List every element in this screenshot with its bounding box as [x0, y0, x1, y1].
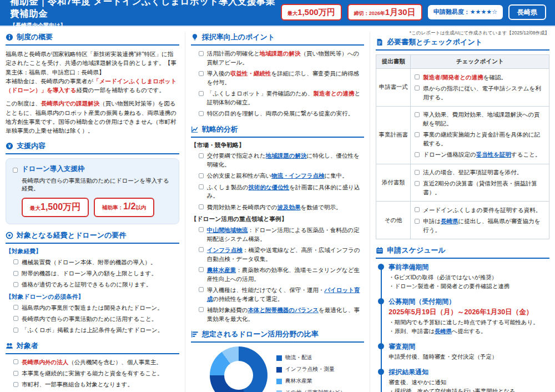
- text-run: 導入機種は、性能だけでなく、保守・運用・: [207, 287, 324, 293]
- checklist-item-text: 機械装置費（ドローン本体、附帯的機器の導入）。: [22, 258, 179, 267]
- text-run: 波及効果: [277, 204, 300, 210]
- timeline-phase: 採択結果通知審査後、速やかに通知・採択後、改めて交付申請を行い事業開始となる。: [378, 368, 549, 392]
- phase-heading: 事前準備期間: [389, 263, 549, 272]
- text-run: 事業の継続実施能力と資金計画を具体的に記載する。: [423, 131, 540, 147]
- checkbox-icon: [199, 247, 204, 252]
- checklist-item-text: ドローン価格設定の妥当性を証明すること。: [423, 150, 545, 159]
- checklist-item-text: 価格が適切であると証明できるものに限ります。: [22, 280, 179, 289]
- checklist-item: 事業の継続実施能力と資金計画を具体的に記載する。: [415, 130, 545, 148]
- checklist-item: 製造者/開発者との連携を確認。: [415, 73, 545, 82]
- checkbox-icon: [13, 328, 18, 333]
- text-run: 長崎県: [441, 218, 458, 224]
- text-run: 附帯的機器は、ドローン導入の額を上限とします。: [22, 270, 157, 277]
- text-run: ・採択後、改めて交付申請を行い事業開始となる。: [389, 388, 521, 392]
- checkbox-icon: [415, 74, 420, 79]
- application-period-dates: 2025年5月19日（月）～2026年1月30日（金）: [389, 308, 549, 317]
- text-run: 「ふくロボ」掲載または上記条件を満たすドローン。: [22, 326, 163, 333]
- checkbox-icon: [13, 359, 18, 364]
- text-run: ・期間内でも予算額に達した時点で終了する可能性あり。: [389, 319, 538, 325]
- checkbox-icon: [199, 71, 204, 76]
- text-run: 活用計画の明確化と: [207, 50, 260, 57]
- text-run: 本事業を継続的に実施する能力と資金を有すること。: [22, 370, 163, 376]
- checklist-item-text: 導入機種は、性能だけでなく、保守・運用・パイロット育成の持続性を考慮して選定。: [207, 286, 365, 304]
- checklist-item: 公的支援と親和性が高い物流・インフラ点検に集中。: [199, 172, 365, 180]
- overview-paragraph-1: 福島県と長崎県が国家戦略特区「新技術実装連携"絆"特区」に指定されたことを受け、…: [6, 49, 179, 94]
- timeline-dot-icon: [378, 343, 384, 349]
- support-box-desc: 長崎県内で自らの事業活動のためにドローンを導入する経費。: [22, 177, 172, 193]
- checkbox-icon: [415, 170, 420, 175]
- text-run: 製造者との連携: [313, 90, 354, 97]
- documents-table-header-row: 提出書類 チェックポイント: [376, 55, 549, 69]
- text-run: 地域課題の解決: [266, 152, 307, 159]
- documents-table-body: 申請書一式製造者/開発者との連携を確認。県からの指示に従い、電子申請システムを利…: [376, 69, 549, 239]
- support-max-value: 1,500万円: [41, 202, 80, 212]
- text-run: 申請受付後、随時審査・交付決定（予定）: [389, 354, 497, 360]
- section-points: 採択率向上のポイント 活用計画の明確化と地域課題の解決（買い物難民等）への貢献ア…: [191, 32, 365, 118]
- text-run: 地域課題の解決: [260, 50, 301, 57]
- header-badges: 最大1,500万円 締切：2026年1月30日 申請難易度：★★★★☆ 長崎県: [281, 4, 546, 20]
- subsidy-rate-suffix: 以内: [135, 204, 146, 210]
- difficulty-badge: 申請難易度：★★★★☆: [428, 5, 503, 19]
- checklist-item: 県からの指示に従い、電子申請システムを利用する。: [415, 84, 545, 102]
- text-run: 物流・インフラ点検: [271, 172, 324, 179]
- checklist-item-text: 費用対効果と長崎県内での波及効果を数値で明示。: [207, 203, 365, 212]
- section-documents: 必要書類とチェックポイント 提出書類 チェックポイント 申請書一式製造者/開発者…: [376, 37, 549, 239]
- checklist-item: ふくしま製品の技術的な優位性を計画書に具体的に盛り込み。: [199, 183, 365, 201]
- text-run: 本体と附帯機器のバランス: [248, 306, 318, 313]
- section-analysis: 戦略的分析 【市場・競争戦略】 交付要綱で指定された地域課題の解決に特化し、優位…: [191, 124, 365, 324]
- page-header: 補助金｜令和7年度 メードインふくしまロボット導入支援事業費補助金 【長崎県内企…: [0, 0, 555, 27]
- checklist-item: 中山間地域物流：ドローン活用による医薬品・食料品の定期配送システム構築。: [199, 226, 365, 244]
- phase-heading: 審査期間: [389, 342, 549, 351]
- targets-checklist: 長崎県内外の法人（公共機関を含む）、個人事業主。本事業を継続的に実施する能力と資…: [6, 358, 179, 389]
- subsidy-rate-prefix: 補助率：: [102, 204, 123, 210]
- checklist-item-text: 交付要綱で指定された地域課題の解決に特化し、優位性を明確化。: [207, 152, 365, 169]
- points-checklist: 活用計画の明確化と地域課題の解決（買い物難民等）への貢献アピール。導入後の収益性…: [191, 49, 365, 118]
- checkbox-icon: [415, 152, 420, 157]
- checklist-item: 本事業を継続的に実施する能力と資金を有すること。: [13, 369, 179, 378]
- analysis-subhead-1: 【市場・競争戦略】: [191, 142, 365, 149]
- analysis-checklist-2: 中山間地域物流：ドローン活用による医薬品・食料品の定期配送システム構築。インフラ…: [191, 226, 365, 324]
- section-title: 制度の概要: [17, 32, 53, 42]
- text-run: 福島県内の事業所で製造または開発されたドローン。: [22, 304, 163, 311]
- ratio-title-row: 想定されるドローン活用分野の比率: [191, 329, 365, 343]
- text-run: を確認。: [483, 74, 507, 81]
- support-max-amount-badge: 最大1,500万円: [22, 198, 89, 217]
- checklist-item-text: 製造者/開発者との連携を確認。: [423, 73, 545, 82]
- checklist-item: 機械装置費（ドローン本体、附帯的機器の導入）。: [13, 258, 179, 267]
- checklist-item-text: 県からの指示に従い、電子申請システムを利用する。: [423, 84, 545, 102]
- timeline-phase: 事前準備期間・GビズIDの取得（必須ではないが推奨）・ドローン製造者・開発者との…: [378, 263, 549, 291]
- checkbox-icon: [199, 173, 204, 178]
- phase-detail-line: ・ドローン製造者・開発者との要件確認と連携: [389, 282, 549, 291]
- text-run: 妥当性を証明: [476, 151, 511, 158]
- checkbox-icon: [415, 112, 420, 117]
- checkbox-icon: [415, 207, 420, 212]
- legend-swatch-icon: [276, 355, 282, 361]
- text-run: 特区の目的を理解し、両県の発展に繋がる提案の実行。: [207, 110, 354, 117]
- text-run: インフラ点検: [207, 247, 243, 253]
- table-row: その他メードインふくしまの要件を証明する資料。申請は長崎県に提出し、福島県が審査…: [376, 202, 549, 239]
- checklist-item: 農林水産業：農薬散布の効率化、漁場モニタリングなど生産性向上への活用。: [199, 266, 365, 284]
- middle-column: 採択率向上のポイント 活用計画の明確化と地域課題の解決（買い物難民等）への貢献ア…: [185, 32, 365, 392]
- schedule-timeline: 事前準備期間・GビズIDの取得（必須ではないが推奨）・ドローン製造者・開発者との…: [378, 263, 549, 392]
- legend-swatch-icon: [276, 367, 282, 373]
- section-title: 戦略的分析: [202, 124, 238, 134]
- phase-detail-line: ・採択後、改めて交付申請を行い事業開始となる。: [389, 387, 549, 392]
- chart-legend: 物流・配送インフラ点検・測量農林水産業その他（災害対策など）: [276, 352, 346, 392]
- timeline-dot-icon: [378, 369, 384, 375]
- analysis-title-row: 戦略的分析: [191, 124, 365, 138]
- phase-heading: 採択結果通知: [389, 368, 549, 377]
- support-box-heading: ドローン導入支援枠: [13, 164, 172, 174]
- hand-money-icon: ¥: [6, 142, 13, 150]
- checklist-item-text: インフラ点検：橋梁や送電線など、高所・広域インフラの自動点検・データ収集。: [207, 246, 365, 264]
- text-run: 価格が適切であると証明できるものに限ります。: [22, 281, 152, 288]
- subsidy-rate-value: 1/2: [123, 202, 135, 211]
- legend-label: その他（災害対策など）: [285, 389, 346, 392]
- section-support: ¥ 支援内容 ドローン導入支援枠 長崎県内で自らの事業活動のためにドローンを導入…: [6, 141, 179, 224]
- table-row: 添付書類法人の場合、登記事項証明書を添付。直近2期分の決算書（貸借対照表・損益計…: [376, 164, 549, 202]
- checkbox-icon: [13, 316, 18, 321]
- table-row: 事業計画書導入効果、費用対効果、地域課題解決への貢献を明記。事業の継続実施能力と…: [376, 106, 549, 164]
- phase-heading: 公募期間（受付期間）: [389, 297, 549, 306]
- timeline-dot-icon: [378, 264, 384, 270]
- page-subtitle: 【長崎県内企業向け】: [10, 22, 281, 29]
- checklist-item: 活用計画の明確化と地域課題の解決（買い物難民等）への貢献アピール。: [199, 49, 365, 67]
